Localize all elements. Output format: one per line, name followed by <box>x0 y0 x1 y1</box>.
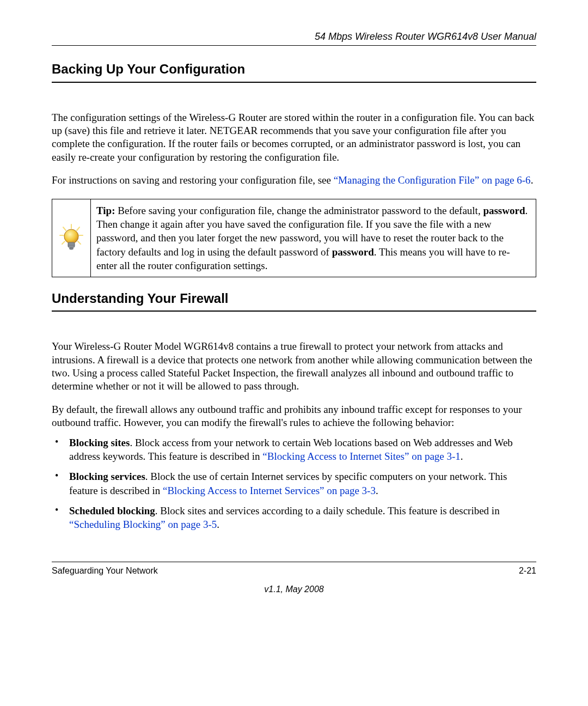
section-heading-backup: Backing Up Your Configuration <box>52 61 536 83</box>
lightbulb-icon <box>58 223 85 253</box>
tip-bold-1: password <box>483 205 525 216</box>
svg-line-2 <box>77 227 79 230</box>
para2-post: . <box>531 174 534 186</box>
link-blocking-sites[interactable]: “Blocking Access to Internet Sites” on p… <box>262 451 461 462</box>
tip-callout: Tip: Before saving your configuration fi… <box>52 199 536 277</box>
tip-text: Tip: Before saving your configuration fi… <box>91 199 536 276</box>
bullet-text-a: . Block sites and services according to … <box>155 505 500 516</box>
doc-title: 54 Mbps Wireless Router WGR614v8 User Ma… <box>315 31 536 42</box>
section-heading-firewall: Understanding Your Firewall <box>52 290 536 312</box>
svg-rect-8 <box>68 242 75 247</box>
bullet-text-b: . <box>217 519 219 530</box>
link-scheduling-blocking[interactable]: “Scheduling Blocking” on page 3-5 <box>69 519 217 530</box>
list-item: Blocking services. Block the use of cert… <box>52 470 536 497</box>
tip-icon-cell <box>52 199 91 276</box>
svg-line-5 <box>62 241 65 244</box>
footer-section-name: Safeguarding Your Network <box>52 565 158 576</box>
svg-line-6 <box>78 241 81 244</box>
svg-line-1 <box>63 227 66 230</box>
bullet-bold: Blocking sites <box>69 437 130 448</box>
para2-pre: For instructions on saving and restoring… <box>52 174 334 186</box>
link-managing-config-file[interactable]: “Managing the Configuration File” on pag… <box>334 174 531 186</box>
bullet-text-b: . <box>376 485 378 496</box>
bullet-text-b: . <box>461 451 463 462</box>
page-footer: Safeguarding Your Network 2-21 <box>52 562 536 576</box>
footer-page-number: 2-21 <box>519 565 536 576</box>
backup-paragraph-2: For instructions on saving and restoring… <box>52 174 536 187</box>
tip-label: Tip: <box>96 205 115 216</box>
link-blocking-services[interactable]: “Blocking Access to Internet Services” o… <box>163 485 376 496</box>
footer-version: v1.1, May 2008 <box>52 584 536 595</box>
running-header: 54 Mbps Wireless Router WGR614v8 User Ma… <box>52 31 536 46</box>
bullet-bold: Scheduled blocking <box>69 505 155 516</box>
svg-point-11 <box>69 247 74 250</box>
svg-point-7 <box>64 229 78 244</box>
bullet-bold: Blocking services <box>69 471 145 482</box>
firewall-paragraph-2: By default, the firewall allows any outb… <box>52 403 536 430</box>
tip-bold-2: password <box>332 246 374 258</box>
list-item: Scheduled blocking. Block sites and serv… <box>52 504 536 531</box>
firewall-paragraph-1: Your Wireless-G Router Model WGR614v8 co… <box>52 340 536 393</box>
firewall-feature-list: Blocking sites. Block access from your n… <box>52 436 536 531</box>
list-item: Blocking sites. Block access from your n… <box>52 436 536 463</box>
backup-paragraph-1: The configuration settings of the Wirele… <box>52 111 536 164</box>
tip-text-a: Before saving your configuration file, c… <box>115 205 483 216</box>
